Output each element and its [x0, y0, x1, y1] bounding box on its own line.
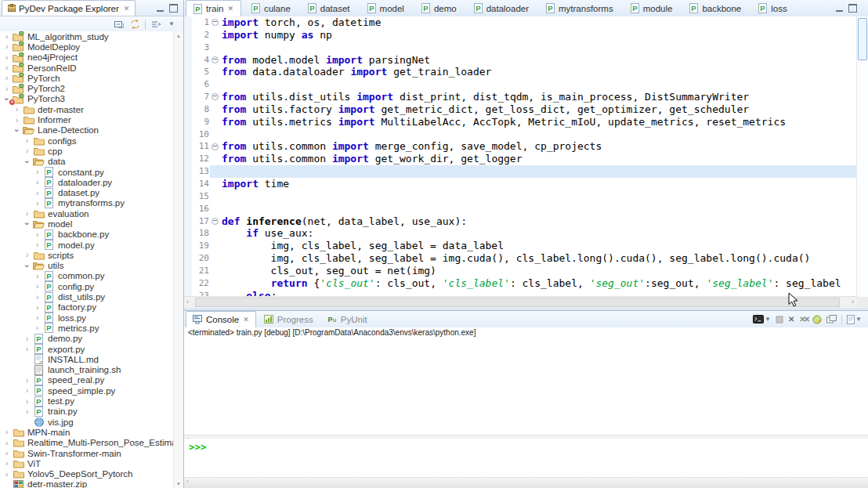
tab-console[interactable]: Console✕ [186, 311, 256, 327]
chevron-right-icon[interactable]: › [2, 85, 12, 93]
chevron-right-icon[interactable]: › [22, 136, 32, 145]
chevron-right-icon[interactable]: › [22, 407, 32, 416]
code-text[interactable] [220, 203, 857, 215]
code-line[interactable]: 11from utils.common import merge_config,… [184, 140, 857, 153]
open-console-button[interactable]: ▼ [847, 315, 862, 324]
chevron-right-icon[interactable]: › [32, 168, 42, 176]
chevron-right-icon[interactable]: › [2, 53, 12, 62]
code-line[interactable]: 20 img, cls_label, seg_label = img.cuda(… [184, 252, 857, 265]
code-line[interactable]: 15 [184, 190, 857, 203]
chevron-right-icon[interactable]: › [22, 146, 32, 155]
chevron-right-icon[interactable]: › [32, 293, 42, 302]
chevron-right-icon[interactable]: › [22, 251, 32, 259]
code-text[interactable]: if use_aux: [220, 227, 857, 240]
code-line[interactable]: 19 img, cls_label, seg_label = data_labe… [184, 240, 857, 252]
dropdown-caret-icon[interactable]: ▼ [765, 316, 771, 323]
tree-item-ml-algorithm-study[interactable]: ›ML_algorithm_study [0, 31, 174, 42]
tab-train[interactable]: Ptrain✕ [186, 0, 241, 16]
tab-module[interactable]: Pmodule [624, 0, 680, 16]
code-editor[interactable]: 1import torch, os, datetime2import numpy… [184, 16, 857, 297]
chevron-right-icon[interactable]: › [32, 324, 42, 332]
fold-marker-icon[interactable] [210, 16, 220, 29]
minimize-icon[interactable] [836, 5, 843, 12]
fold-marker-icon[interactable] [210, 215, 220, 228]
chevron-right-icon[interactable]: › [32, 199, 42, 208]
tree-item-common-py[interactable]: ›Pcommon.py [0, 271, 174, 281]
tree-item-modeldeploy[interactable]: ›ModelDeploy [0, 42, 174, 52]
code-line[interactable]: 2import numpy as np [184, 29, 857, 42]
code-line[interactable]: 14import time [184, 178, 857, 190]
tree-item-lane-detection[interactable]: ›Lane-Detection [0, 125, 174, 136]
chevron-right-icon[interactable]: › [2, 42, 12, 51]
code-text[interactable]: from data.dataloader import get_train_lo… [220, 66, 857, 78]
tree-item-configs[interactable]: ›configs [0, 136, 174, 146]
scroll-lock-button[interactable] [812, 315, 822, 324]
chevron-right-icon[interactable]: › [2, 32, 12, 41]
chevron-down-icon[interactable]: › [23, 157, 31, 167]
console-prompt-scrollbar[interactable]: ‹ [184, 477, 868, 488]
tree-item-utils[interactable]: ›utils [0, 261, 174, 271]
view-menu-button[interactable]: ▼ [166, 18, 177, 30]
maximize-icon[interactable] [169, 4, 178, 13]
collapse-all-button[interactable] [114, 18, 125, 30]
code-line[interactable]: 10 [184, 128, 857, 141]
code-line[interactable]: 7from utils.dist_utils import dist_print… [184, 91, 857, 103]
code-line[interactable]: 16 [184, 203, 857, 215]
tree-item-vit[interactable]: ›ViT [0, 458, 174, 468]
chevron-right-icon[interactable]: › [12, 105, 22, 114]
code-line[interactable]: 17def inference(net, data_label, use_aux… [184, 215, 857, 228]
remove-launch-button[interactable]: ✕ [788, 316, 794, 324]
code-text[interactable]: cls_out, seg_out = net(img) [220, 265, 857, 277]
remove-all-launches-button[interactable]: ✕✕ [799, 316, 808, 324]
chevron-right-icon[interactable]: › [22, 376, 32, 385]
chevron-right-icon[interactable]: › [22, 334, 32, 343]
code-line[interactable]: 5from data.dataloader import get_train_l… [184, 66, 857, 78]
scroll-left-icon[interactable]: ‹ [186, 478, 189, 485]
code-text[interactable]: import time [220, 178, 857, 190]
tree-item-evaluation[interactable]: ›evaluation [0, 208, 174, 219]
code-line[interactable]: 3 [184, 42, 857, 54]
code-text[interactable]: img, cls_label, seg_label = data_label [220, 240, 857, 252]
tab-progress[interactable]: Progress [258, 311, 320, 327]
tab-mytransforms[interactable]: Pmytransforms [539, 0, 620, 16]
code-line[interactable]: 6 [184, 78, 857, 91]
tab-pydev-package-explorer[interactable]: PyDev Package Explorer ✕ [2, 0, 136, 16]
scroll-down-icon[interactable]: ▼ [174, 481, 183, 486]
code-text[interactable]: from utils.common import get_work_dir, g… [220, 153, 857, 165]
dropdown-caret-icon[interactable]: ▼ [855, 316, 862, 323]
code-text[interactable]: return {'cls_out': cls_out, 'cls_label':… [220, 277, 857, 290]
display-console-button[interactable]: ▼ [753, 315, 771, 324]
tree-item-speed-real-py[interactable]: ›Pspeed_real.py [0, 375, 174, 385]
tree-item-dataloader-py[interactable]: ›Pdataloader.py [0, 177, 174, 187]
tab-culane[interactable]: Pculane [244, 0, 298, 16]
scrollbar-thumb[interactable] [195, 298, 840, 307]
chevron-right-icon[interactable]: › [32, 282, 42, 291]
code-text[interactable]: img, cls_label, seg_label = img.cuda(), … [220, 252, 857, 265]
code-line[interactable]: 8from utils.factory import get_metric_di… [184, 103, 857, 116]
chevron-right-icon[interactable]: › [32, 178, 42, 186]
tree-item-pytorch2[interactable]: ›PyTorch2 [0, 83, 174, 93]
tree-item-factory-py[interactable]: ›Pfactory.py [0, 302, 174, 313]
tree-item-speed-simple-py[interactable]: ›Pspeed_simple.py [0, 385, 174, 396]
tree-item-swin-transformer-main[interactable]: ›Swin-Transformer-main [0, 448, 174, 458]
chevron-right-icon[interactable]: › [22, 397, 32, 406]
tree-item-cpp[interactable]: ›cpp [0, 146, 174, 156]
code-text[interactable] [220, 128, 857, 141]
close-icon[interactable]: ✕ [227, 5, 233, 13]
chevron-right-icon[interactable]: › [32, 272, 42, 280]
code-text[interactable] [220, 190, 857, 203]
chevron-right-icon[interactable]: › [2, 428, 12, 436]
code-line[interactable]: 1import torch, os, datetime [184, 16, 857, 29]
tree-item-metrics-py[interactable]: ›Pmetrics.py [0, 323, 174, 333]
tree-item-backbone-py[interactable]: ›Pbackbone.py [0, 230, 174, 240]
tree-item-yolov5-deepsort-pytorch[interactable]: ›Yolov5_DeepSort_Pytorch [0, 468, 174, 479]
code-text[interactable] [220, 78, 857, 91]
chevron-down-icon[interactable]: › [23, 261, 31, 271]
tree-item-realtime-multi-person-pose-estimation[interactable]: ›Realtime_Multi-Person_Pose_Estimation [0, 438, 174, 448]
chevron-down-icon[interactable]: › [23, 219, 31, 229]
tree-item-train-py[interactable]: ›Ptrain.py [0, 407, 174, 417]
minimize-icon[interactable] [157, 5, 164, 12]
link-with-editor-button[interactable] [129, 18, 140, 30]
tree-item-data[interactable]: ›data [0, 157, 174, 167]
terminate-button[interactable] [776, 316, 783, 324]
